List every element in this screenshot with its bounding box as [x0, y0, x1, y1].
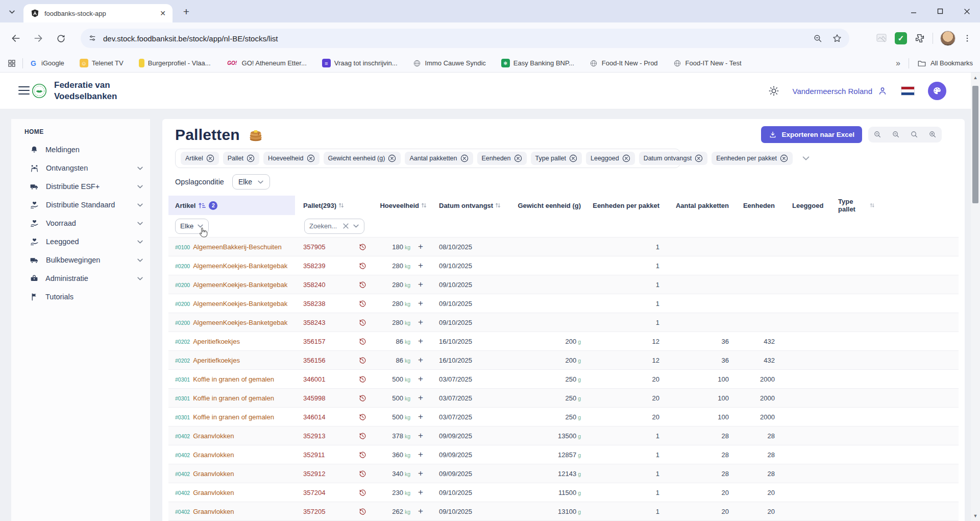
bookmark-item[interactable]: ✻Easy Banking BNP... — [501, 59, 574, 67]
browser-tab[interactable]: foodbanks-stock-app ✕ — [23, 4, 173, 22]
expand-plus-icon[interactable]: + — [411, 355, 430, 365]
expand-plus-icon[interactable]: + — [411, 431, 430, 441]
table-row[interactable]: #0301Koffie in granen of gemalen34601450… — [168, 408, 959, 427]
bookmark-item[interactable]: ≡Vraag tot inschrijvin... — [322, 59, 398, 67]
sidebar-item-leeggoed[interactable]: Leeggoed — [11, 232, 150, 251]
remove-filter-icon[interactable] — [206, 154, 214, 162]
page-scrollbar[interactable]: ▲ ▼ — [971, 73, 980, 521]
expand-plus-icon[interactable]: + — [411, 260, 430, 271]
sidebar-item-bulkbewegingen[interactable]: Bulkbewegingen — [11, 251, 150, 269]
filters-collapse-chevron-icon[interactable] — [802, 154, 810, 162]
pallet-number[interactable]: 352912 — [295, 470, 352, 478]
pallet-number[interactable]: 358238 — [295, 300, 352, 307]
table-row[interactable]: #0200AlgemeenKoekjes-Banketgebak35823828… — [168, 294, 959, 313]
window-maximize-button[interactable] — [927, 0, 953, 22]
bookmark-star-icon[interactable] — [832, 33, 842, 43]
table-row[interactable]: #0200AlgemeenKoekjes-Banketgebak35824028… — [168, 275, 959, 294]
extensions-puzzle-icon[interactable] — [914, 33, 925, 44]
article-cell[interactable]: #0402Graanvlokken — [168, 489, 295, 496]
table-row[interactable]: #0402Graanvlokken357205262kg+09/10/20251… — [168, 502, 959, 521]
table-row[interactable]: #0301Koffie in granen of gemalen34599850… — [168, 389, 959, 408]
column-header-artikel[interactable]: Artikel 2 — [168, 196, 295, 215]
history-icon[interactable] — [352, 356, 373, 365]
back-button[interactable] — [7, 30, 24, 47]
table-row[interactable]: #0402Graanvlokken352912340kg+09/09/20251… — [168, 464, 959, 483]
scroll-down-icon[interactable]: ▼ — [971, 512, 980, 520]
hamburger-menu-icon[interactable] — [18, 86, 30, 97]
history-icon[interactable] — [352, 469, 373, 478]
column-header-eenheden-per-pakket[interactable]: Eenheden per pakket — [581, 202, 659, 209]
expand-plus-icon[interactable]: + — [411, 449, 430, 460]
table-row[interactable]: #0100AlgemeenBakkerij-Beschuiten35790518… — [168, 238, 959, 256]
article-cell[interactable]: #0301Koffie in granen of gemalen — [168, 375, 295, 383]
sidebar-item-ontvangsten[interactable]: Ontvangsten — [11, 159, 150, 177]
sidebar-item-distributie-standaard[interactable]: Distributie Standaard — [11, 196, 150, 214]
remove-filter-icon[interactable] — [460, 154, 469, 162]
article-cell[interactable]: #0200AlgemeenKoekjes-Banketgebak — [168, 281, 295, 289]
site-settings-tune-icon[interactable] — [88, 34, 97, 43]
bookmark-item[interactable]: GO!GO! Atheneum Etter... — [226, 59, 307, 67]
article-cell[interactable]: #0100AlgemeenBakkerij-Beschuiten — [168, 243, 295, 251]
url-bar[interactable]: dev.stock.foodbanksit.be/stock/app/nl-BE… — [81, 29, 849, 48]
table-row[interactable]: #0202Aperitiefkoekjes35615786kg+16/10/20… — [168, 332, 959, 351]
table-row[interactable]: #0202Aperitiefkoekjes35615686kg+16/10/20… — [168, 351, 959, 370]
zoom-in-icon[interactable] — [923, 130, 942, 139]
theme-palette-button[interactable] — [928, 82, 946, 100]
history-icon[interactable] — [352, 413, 373, 421]
table-row[interactable]: #0402Graanvlokken352911360kg+09/09/20251… — [168, 445, 959, 464]
url-text[interactable]: dev.stock.foodbanksit.be/stock/app/nl-BE… — [103, 34, 813, 43]
bookmarks-overflow-chevron[interactable]: » — [896, 59, 900, 68]
check-extension-icon[interactable]: ✓ — [895, 32, 907, 44]
sidebar-item-meldingen[interactable]: Meldingen — [11, 140, 150, 159]
column-header-leeggoed[interactable]: Leeggoed — [775, 202, 816, 209]
article-cell[interactable]: #0200AlgemeenKoekjes-Banketgebak — [168, 262, 295, 270]
history-icon[interactable] — [352, 318, 373, 327]
tab-close-icon[interactable]: ✕ — [158, 9, 167, 18]
history-icon[interactable] — [352, 262, 373, 270]
article-cell[interactable]: #0200AlgemeenKoekjes-Banketgebak — [168, 319, 295, 326]
pallet-number[interactable]: 358240 — [295, 281, 352, 289]
bookmark-item[interactable]: Food-IT New - Test — [673, 59, 742, 67]
column-header-pallet[interactable]: Pallet(293) — [295, 202, 373, 209]
article-cell[interactable]: #0202Aperitiefkoekjes — [168, 338, 295, 345]
zoom-out-icon[interactable] — [868, 130, 887, 139]
article-cell[interactable]: #0402Graanvlokken — [168, 432, 295, 440]
column-header-type-pallet[interactable]: Type pallet — [816, 198, 875, 213]
table-row[interactable]: #0402Graanvlokken352913378kg+09/09/20251… — [168, 427, 959, 445]
storage-condition-select[interactable]: Elke — [232, 174, 270, 190]
bookmark-item[interactable]: Food-It New - Prod — [590, 59, 658, 67]
pallet-search-input[interactable]: Zoeken... — [304, 219, 364, 234]
article-cell[interactable]: #0402Graanvlokken — [168, 451, 295, 459]
column-header-aantal-pakketten[interactable]: Aantal pakketten — [659, 202, 729, 209]
theme-sun-icon[interactable] — [768, 85, 779, 97]
pallet-number[interactable]: 345998 — [295, 394, 352, 402]
bookmark-item[interactable]: ☺Telenet TV — [80, 59, 124, 67]
history-icon[interactable] — [352, 451, 373, 459]
table-row[interactable]: #0301Koffie in granen of gemalen34600150… — [168, 370, 959, 389]
pallet-number[interactable]: 352911 — [295, 451, 352, 459]
window-close-button[interactable] — [953, 0, 980, 22]
history-icon[interactable] — [352, 299, 373, 308]
remove-filter-icon[interactable] — [695, 154, 703, 162]
history-icon[interactable] — [352, 488, 373, 497]
expand-plus-icon[interactable]: + — [411, 487, 430, 498]
expand-plus-icon[interactable]: + — [411, 374, 430, 384]
sidebar-item-distributie-esf-[interactable]: Distributie ESF+ — [11, 177, 150, 196]
remove-filter-icon[interactable] — [247, 154, 255, 162]
scroll-up-icon[interactable]: ▲ — [971, 74, 980, 82]
scrollbar-thumb[interactable] — [972, 86, 978, 203]
pallet-number[interactable]: 346014 — [295, 413, 352, 421]
tab-search-icon[interactable] — [5, 5, 18, 18]
article-cell[interactable]: #0200AlgemeenKoekjes-Banketgebak — [168, 300, 295, 307]
article-cell[interactable]: #0202Aperitiefkoekjes — [168, 357, 295, 364]
apps-grid-icon[interactable] — [7, 59, 16, 68]
history-icon[interactable] — [352, 375, 373, 384]
expand-plus-icon[interactable]: + — [411, 468, 430, 479]
export-excel-button[interactable]: Exporteren naar Excel — [761, 126, 862, 143]
article-cell[interactable]: #0301Koffie in granen of gemalen — [168, 413, 295, 421]
reload-button[interactable] — [52, 30, 69, 47]
forward-button[interactable] — [30, 30, 47, 47]
history-icon[interactable] — [352, 394, 373, 402]
page-zoom-icon[interactable] — [813, 34, 823, 43]
history-icon[interactable] — [352, 280, 373, 289]
